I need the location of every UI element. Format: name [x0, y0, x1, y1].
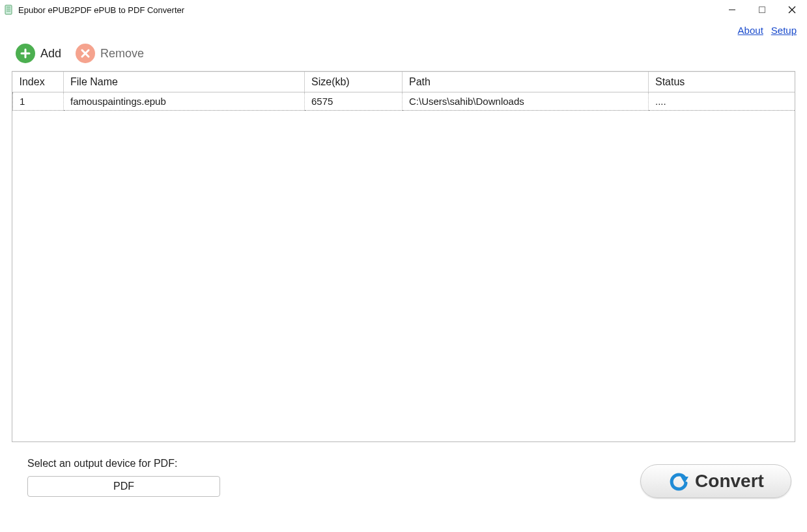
- svg-rect-0: [5, 5, 12, 14]
- table-row[interactable]: 1 famouspaintings.epub 6575 C:\Users\sah…: [13, 92, 795, 111]
- title-bar: Epubor ePUB2PDF ePUB to PDF Converter: [0, 0, 807, 20]
- footer: Select an output device for PDF: PDF Con…: [0, 442, 807, 497]
- add-button[interactable]: Add: [16, 44, 61, 63]
- remove-button[interactable]: Remove: [76, 44, 144, 63]
- plus-icon: [16, 44, 35, 63]
- window-title: Epubor ePUB2PDF ePUB to PDF Converter: [18, 5, 184, 15]
- maximize-button[interactable]: [747, 0, 777, 20]
- cell-index: 1: [13, 92, 64, 111]
- svg-marker-12: [681, 477, 688, 483]
- table-header-row: Index File Name Size(kb) Path Status: [13, 72, 795, 92]
- toolbar: Add Remove: [0, 36, 807, 71]
- cell-filename: famouspaintings.epub: [64, 92, 305, 111]
- convert-button[interactable]: Convert: [640, 464, 791, 498]
- cell-status: ....: [649, 92, 795, 111]
- col-filename[interactable]: File Name: [64, 72, 305, 92]
- cell-size: 6575: [305, 92, 403, 111]
- file-table: Index File Name Size(kb) Path Status 1 f…: [12, 72, 795, 111]
- svg-rect-5: [759, 7, 765, 13]
- add-label: Add: [40, 47, 61, 61]
- col-status[interactable]: Status: [649, 72, 795, 92]
- about-link[interactable]: About: [738, 25, 763, 36]
- setup-link[interactable]: Setup: [771, 25, 797, 36]
- app-icon: [4, 5, 14, 15]
- output-device-select[interactable]: PDF: [27, 476, 220, 497]
- convert-label: Convert: [695, 471, 764, 492]
- col-size[interactable]: Size(kb): [305, 72, 403, 92]
- col-index[interactable]: Index: [13, 72, 64, 92]
- col-path[interactable]: Path: [403, 72, 649, 92]
- file-list-panel: Index File Name Size(kb) Path Status 1 f…: [12, 71, 795, 442]
- convert-arrow-icon: [668, 470, 690, 492]
- minimize-button[interactable]: [717, 0, 747, 20]
- remove-label: Remove: [100, 47, 144, 61]
- close-button[interactable]: [777, 0, 807, 20]
- window-controls: [717, 0, 807, 20]
- link-bar: About Setup: [0, 20, 807, 36]
- x-icon: [76, 44, 95, 63]
- cell-path: C:\Users\sahib\Downloads: [403, 92, 649, 111]
